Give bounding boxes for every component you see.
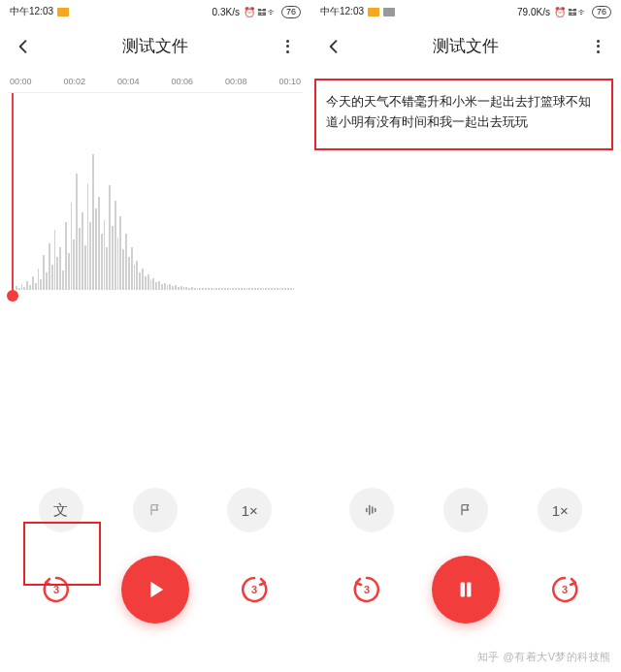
tick: 00:00 <box>10 77 32 86</box>
skip-seconds: 3 <box>364 584 370 595</box>
pane-left: 中午12:03 0.3K/s ⏰ ䷾ ᯤ 76 测试文件 00:00 00:02… <box>0 0 310 672</box>
status-net-rate: 79.0K/s <box>517 7 550 17</box>
rewind-icon: 3 <box>349 572 384 607</box>
flag-button[interactable] <box>443 488 488 532</box>
flag-button[interactable] <box>133 488 178 532</box>
time-ticks: 00:00 00:02 00:04 00:06 00:08 00:10 <box>8 77 303 86</box>
header: 测试文件 <box>310 21 621 73</box>
waveform-area[interactable] <box>8 92 303 296</box>
waveform-view-button[interactable] <box>349 488 394 532</box>
transcription-text: 今天的天气不错毫升和小米一起出去打篮球不知道小明有没有时间和我一起出去玩玩 <box>314 79 613 150</box>
skip-seconds: 3 <box>562 584 568 595</box>
bottom-controls: 1× 3 3 <box>310 488 621 672</box>
more-button[interactable] <box>278 37 297 56</box>
watermark: 知乎 @有着大V梦的科技熊 <box>477 650 611 664</box>
waveform <box>8 154 303 290</box>
rewind-icon: 3 <box>39 572 74 607</box>
tick: 00:08 <box>225 77 247 86</box>
speed-label: 1× <box>242 502 258 519</box>
svg-rect-0 <box>461 582 465 596</box>
rewind-button[interactable]: 3 <box>35 568 78 611</box>
bars-icon <box>363 501 380 519</box>
back-button[interactable] <box>14 37 33 56</box>
sim-icon <box>368 8 379 16</box>
status-sys-icons: ⏰ ䷾ ᯤ <box>244 7 278 17</box>
play-icon <box>142 576 169 603</box>
pane-right: 中午12:03 79.0K/s ⏰ ䷾ ᯤ 76 测试文件 今天的天气不错毫升和… <box>310 0 621 672</box>
forward-icon: 3 <box>547 572 582 607</box>
cjk-text-icon: 文 <box>53 501 68 520</box>
status-time: 中午12:03 <box>10 5 53 18</box>
rewind-button[interactable]: 3 <box>345 568 388 611</box>
flag-icon <box>147 502 163 518</box>
status-bar: 中午12:03 79.0K/s ⏰ ䷾ ᯤ 76 <box>310 0 621 21</box>
status-time: 中午12:03 <box>320 5 364 18</box>
transcribe-button[interactable]: 文 <box>39 488 83 532</box>
skip-seconds: 3 <box>251 584 257 595</box>
skip-seconds: 3 <box>53 584 59 595</box>
sim-icon <box>57 8 69 16</box>
speed-button[interactable]: 1× <box>227 488 272 532</box>
flag-icon <box>458 502 474 518</box>
tick: 00:04 <box>117 77 140 86</box>
status-battery: 76 <box>592 6 611 18</box>
back-button[interactable] <box>324 37 343 56</box>
header: 测试文件 <box>0 21 310 73</box>
status-battery: 76 <box>281 6 301 18</box>
tick: 00:06 <box>171 77 193 86</box>
pause-button[interactable] <box>432 556 500 624</box>
play-button[interactable] <box>121 556 189 624</box>
page-title: 测试文件 <box>433 35 499 57</box>
chevron-left-icon <box>324 37 343 56</box>
forward-button[interactable]: 3 <box>543 568 586 611</box>
forward-button[interactable]: 3 <box>233 568 276 611</box>
tick: 00:02 <box>63 77 85 86</box>
status-sys-icons: ⏰ ䷾ ᯤ <box>554 7 588 17</box>
status-bar: 中午12:03 0.3K/s ⏰ ䷾ ᯤ 76 <box>0 0 310 21</box>
speed-button[interactable]: 1× <box>538 488 582 532</box>
tick: 00:10 <box>278 77 301 86</box>
timeline[interactable]: 00:00 00:02 00:04 00:06 00:08 00:10 <box>0 77 310 296</box>
page-title: 测试文件 <box>122 35 188 57</box>
speed-label: 1× <box>552 502 569 519</box>
more-button[interactable] <box>588 37 607 56</box>
status-net-rate: 0.3K/s <box>212 7 240 17</box>
chevron-left-icon <box>14 37 33 56</box>
bottom-controls: 文 1× 3 <box>0 488 310 672</box>
svg-rect-1 <box>467 582 471 596</box>
sim-icon <box>383 8 395 16</box>
forward-icon: 3 <box>237 572 272 607</box>
pause-icon <box>453 577 478 602</box>
